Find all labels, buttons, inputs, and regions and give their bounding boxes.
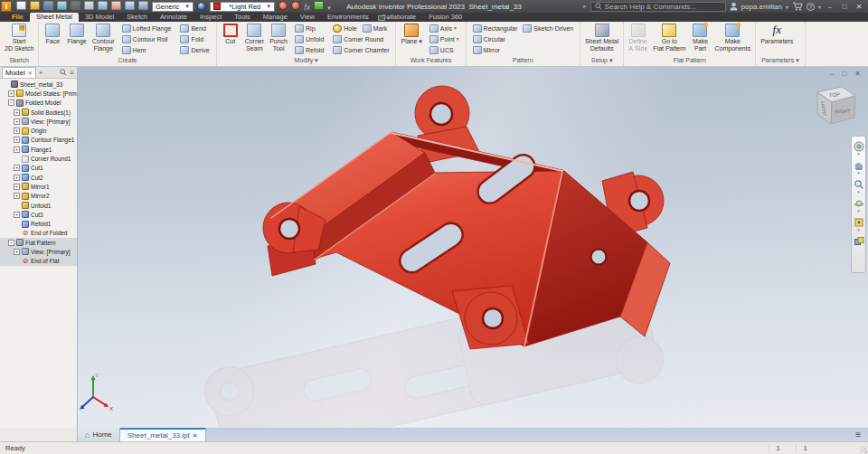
tree-expander[interactable]: − (8, 240, 14, 246)
pan-hand-icon[interactable] (854, 158, 864, 169)
tree-item-mirror1[interactable]: +Mirror1 (0, 182, 77, 191)
ucs-button[interactable]: UCS (427, 44, 457, 55)
sheet-metal-defaults-button[interactable]: Sheet Metal Defaults (582, 23, 621, 53)
derive-button[interactable]: Derive (177, 44, 212, 55)
appearance-combo[interactable]: *Light Red ▼ (210, 2, 275, 12)
tree-expander[interactable]: − (8, 99, 14, 106)
search-flyout-arrow-icon[interactable]: ▸ (583, 3, 587, 10)
chevron-down-icon[interactable]: ▾ (857, 190, 860, 194)
window-close-button[interactable]: ✕ (854, 3, 864, 11)
navigation-wheel-icon[interactable] (854, 139, 864, 150)
new-file-icon[interactable] (16, 1, 26, 10)
cut-button[interactable]: Cut (219, 23, 242, 46)
circular-button[interactable]: Circular (470, 33, 508, 44)
corner-round-button[interactable]: Corner Round (330, 33, 386, 44)
tab-file[interactable]: File (5, 13, 30, 22)
mirror-button[interactable]: Mirror (470, 44, 503, 55)
clear-appearance-icon[interactable] (291, 1, 300, 10)
doc-close-button[interactable]: ✕ (854, 70, 861, 78)
tree-item-refold1[interactable]: Refold1 (0, 219, 77, 228)
corner-chamfer-button[interactable]: Corner Chamfer (330, 44, 392, 55)
tree-expander[interactable]: + (14, 165, 20, 171)
chevron-down-icon[interactable]: ▾ (818, 4, 821, 10)
chevron-down-icon[interactable]: ▾ (857, 228, 860, 232)
tree-item-view-primary[interactable]: +View: [Primary] (0, 117, 77, 126)
axis-button[interactable]: Axis▾ (427, 23, 459, 33)
tab-sketch[interactable]: Sketch (120, 13, 154, 22)
model-part[interactable] (263, 86, 670, 349)
tree-expander[interactable]: + (14, 147, 20, 153)
tree-expander[interactable]: + (14, 137, 20, 143)
fx-icon[interactable]: fx (304, 3, 310, 12)
material-browser-icon[interactable] (197, 2, 206, 11)
add-icon[interactable] (314, 1, 324, 10)
corner-seam-button[interactable]: Corner Seam (242, 23, 267, 53)
look-at-icon[interactable] (854, 215, 864, 226)
inventor-logo-icon[interactable]: I (1, 1, 12, 12)
material-combo[interactable]: Generic ▼ (152, 2, 193, 12)
tree-item-solid-bodies-1[interactable]: +Solid Bodies(1) (0, 108, 77, 117)
tree-expander[interactable]: + (14, 193, 20, 199)
tree-item-model-states-primary[interactable]: +Model States: [Primary] (0, 89, 77, 98)
undo-icon[interactable] (57, 1, 67, 10)
hole-button[interactable]: Hole (330, 23, 359, 33)
flange-button[interactable]: Flange (64, 23, 89, 46)
orbit-icon[interactable] (854, 196, 864, 207)
open-folder-icon[interactable] (30, 1, 40, 10)
tree-item-flat-pattern[interactable]: −Flat Pattern (0, 238, 77, 247)
doc-minimize-button[interactable]: – (830, 70, 834, 78)
parameters-button[interactable]: Parameters (758, 23, 796, 46)
close-icon[interactable]: ✕ (28, 70, 33, 76)
punch-tool-button[interactable]: Punch Tool (267, 23, 290, 53)
tab-3d-model[interactable]: 3D Model (79, 13, 120, 22)
zoom-icon[interactable] (854, 177, 864, 188)
tab-sheet-metal[interactable]: Sheet Metal (30, 13, 79, 22)
resize-grip[interactable] (860, 446, 867, 453)
browser-search-icon[interactable] (60, 69, 67, 76)
tree-expander[interactable]: + (14, 175, 20, 181)
refold-button[interactable]: Refold (292, 44, 326, 55)
tab-list-menu-icon[interactable]: ≡ (855, 430, 861, 440)
make-part-button[interactable]: Make Part (688, 23, 712, 53)
chain-link-icon[interactable] (138, 1, 148, 10)
tab-annotate[interactable]: Annotate (154, 13, 193, 22)
chevron-down-icon[interactable]: ▾ (857, 152, 860, 156)
tree-item-unfold1[interactable]: Unfold1 (0, 201, 77, 210)
tree-expander[interactable]: + (14, 109, 20, 116)
tree-item-view-primary[interactable]: +View: [Primary] (0, 247, 77, 256)
sketch-driven-button[interactable]: Sketch Driven (520, 23, 576, 33)
tree-item-flange1[interactable]: +Flange1 (0, 145, 77, 154)
doc-restore-button[interactable]: □ (842, 70, 846, 78)
chevron-down-icon[interactable]: ▾ (857, 209, 860, 213)
point-button[interactable]: Point▾ (427, 33, 462, 44)
tree-expander[interactable]: + (14, 184, 20, 190)
tab-fusion-360[interactable]: Fusion 360 (422, 13, 468, 22)
tree-item-sheet-metal-33[interactable]: Sheet_metal_33 (0, 80, 77, 89)
start-2d-sketch-button[interactable]: Start 2D Sketch (2, 23, 36, 53)
chevron-down-icon[interactable]: ▾ (857, 171, 860, 175)
save-icon[interactable] (43, 1, 53, 10)
tab-tools[interactable]: Tools (228, 13, 257, 22)
ribbon-display-toggle[interactable]: ▾ (378, 14, 390, 21)
close-icon[interactable]: ✕ (193, 432, 198, 440)
view-cube[interactable]: TOP FRONT RIGHT (808, 80, 861, 132)
display-icon[interactable] (98, 1, 108, 10)
window-maximize-button[interactable]: □ (839, 3, 850, 11)
browser-tab-model[interactable]: Model ✕ (2, 67, 36, 78)
adjust-appearance-icon[interactable] (278, 1, 288, 10)
tab-manage[interactable]: Manage (257, 13, 294, 22)
qat-overflow-icon[interactable]: ▾ (327, 4, 331, 13)
cart-icon[interactable] (792, 2, 803, 11)
tree-expander[interactable]: + (14, 212, 20, 218)
face-button[interactable]: Face (41, 23, 64, 46)
tree-item-cut1[interactable]: +Cut1 (0, 164, 77, 173)
lofted-flange-button[interactable]: Lofted Flange (119, 23, 175, 33)
mark-button[interactable]: Mark (360, 23, 391, 33)
graphics-canvas[interactable]: Y X Z – □ ✕ TOP FRONT RIGHT ▾▾▾▾▾ (78, 67, 868, 428)
tree-item-origin[interactable]: +Origin (0, 126, 77, 135)
tree-item-end-of-flat[interactable]: End of Flat (0, 257, 77, 266)
tab-environments[interactable]: Environments (321, 13, 375, 22)
contour-roll-button[interactable]: Contour Roll (119, 33, 171, 44)
home-icon[interactable] (84, 1, 94, 10)
tree-item-mirror2[interactable]: +Mirror2 (0, 192, 77, 201)
